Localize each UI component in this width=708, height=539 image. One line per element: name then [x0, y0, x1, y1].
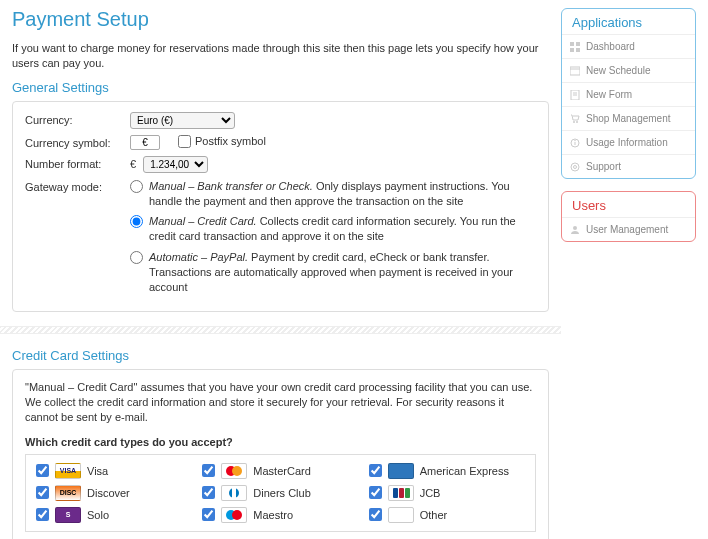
cc-type-checkbox[interactable]: [202, 464, 215, 477]
sidebar-item-label: User Management: [586, 224, 668, 235]
cc-type-label: Maestro: [253, 509, 293, 521]
number-format-select[interactable]: 1.234,00: [143, 156, 208, 173]
svg-point-8: [232, 510, 242, 520]
postfix-symbol-label: Postfix symbol: [195, 135, 266, 147]
cc-question: Which credit card types do you accept?: [25, 436, 536, 448]
cc-type-other: Other: [369, 507, 525, 523]
cc-type-checkbox[interactable]: [36, 508, 49, 521]
cc-type-checkbox[interactable]: [369, 486, 382, 499]
cc-type-visa: VISAVisa: [36, 463, 192, 479]
cc-type-jcb: JCB: [369, 485, 525, 501]
gateway-mode-radio[interactable]: [130, 180, 143, 193]
svg-rect-4: [393, 488, 398, 498]
number-format-label: Number format:: [25, 156, 120, 170]
cc-type-label: MasterCard: [253, 465, 310, 477]
calendar-icon: [570, 66, 580, 76]
section-divider: [0, 326, 561, 334]
form-icon: [570, 90, 580, 100]
currency-label: Currency:: [25, 112, 120, 126]
applications-title: Applications: [562, 9, 695, 34]
svg-rect-3: [232, 488, 236, 498]
svg-point-18: [573, 121, 575, 123]
postfix-symbol-checkbox[interactable]: [178, 135, 191, 148]
cc-type-label: Visa: [87, 465, 108, 477]
svg-rect-9: [570, 42, 574, 46]
cc-type-checkbox[interactable]: [36, 464, 49, 477]
svg-rect-6: [405, 488, 410, 498]
page-title: Payment Setup: [12, 8, 549, 31]
sidebar-item-new-schedule[interactable]: New Schedule: [562, 58, 695, 82]
gateway-mode-label: Gateway mode:: [25, 179, 120, 193]
sidebar-item-label: New Form: [586, 89, 632, 100]
cc-settings-panel: "Manual – Credit Card" assumes that you …: [12, 369, 549, 539]
cc-type-maestro: Maestro: [202, 507, 358, 523]
gateway-mode-radio[interactable]: [130, 215, 143, 228]
svg-point-22: [574, 139, 575, 140]
discover-card-icon: DISC: [55, 485, 81, 501]
cc-type-label: Other: [420, 509, 448, 521]
sidebar-item-user-management[interactable]: User Management: [562, 217, 695, 241]
general-settings-heading: General Settings: [12, 80, 549, 95]
user-icon: [570, 225, 580, 235]
sidebar-item-usage-information[interactable]: Usage Information: [562, 130, 695, 154]
gateway-mode-option[interactable]: Automatic – PayPal. Payment by credit ca…: [130, 250, 536, 295]
cc-type-solo: SSolo: [36, 507, 192, 523]
other-card-icon: [388, 507, 414, 523]
sidebar-item-label: New Schedule: [586, 65, 650, 76]
svg-rect-10: [576, 42, 580, 46]
currency-select[interactable]: Euro (€): [130, 112, 235, 129]
sidebar-item-label: Dashboard: [586, 41, 635, 52]
sidebar-item-dashboard[interactable]: Dashboard: [562, 34, 695, 58]
svg-point-24: [574, 165, 577, 168]
cc-type-checkbox[interactable]: [36, 486, 49, 499]
cc-type-label: Discover: [87, 487, 130, 499]
currency-symbol-input[interactable]: [130, 135, 160, 150]
maestro-card-icon: [221, 507, 247, 523]
sidebar-item-support[interactable]: Support: [562, 154, 695, 178]
general-settings-panel: Currency: Euro (€) Currency symbol: Post…: [12, 101, 549, 312]
info-icon: [570, 138, 580, 148]
svg-rect-12: [576, 48, 580, 52]
cc-type-label: JCB: [420, 487, 441, 499]
svg-rect-11: [570, 48, 574, 52]
visa-card-icon: VISA: [55, 463, 81, 479]
cc-type-label: American Express: [420, 465, 509, 477]
sidebar-item-label: Support: [586, 161, 621, 172]
cc-type-checkbox[interactable]: [369, 508, 382, 521]
cc-type-mastercard: MasterCard: [202, 463, 358, 479]
svg-point-1: [232, 466, 242, 476]
gateway-mode-radio[interactable]: [130, 251, 143, 264]
applications-box: Applications DashboardNew ScheduleNew Fo…: [561, 8, 696, 179]
intro-text: If you want to charge money for reservat…: [12, 41, 549, 72]
svg-point-23: [571, 163, 579, 171]
cc-description: "Manual – Credit Card" assumes that you …: [25, 380, 536, 426]
amex-card-icon: [388, 463, 414, 479]
users-box: Users User Management: [561, 191, 696, 242]
support-icon: [570, 162, 580, 172]
jcb-card-icon: [388, 485, 414, 501]
format-prefix: €: [130, 158, 136, 170]
cc-settings-heading: Credit Card Settings: [12, 348, 549, 363]
users-title: Users: [562, 192, 695, 217]
cc-type-checkbox[interactable]: [202, 508, 215, 521]
gateway-mode-option[interactable]: Manual – Bank transfer or Check. Only di…: [130, 179, 536, 209]
cc-type-discover: DISCDiscover: [36, 485, 192, 501]
currency-symbol-label: Currency symbol:: [25, 135, 120, 149]
cc-type-label: Diners Club: [253, 487, 310, 499]
gateway-mode-option[interactable]: Manual – Credit Card. Collects credit ca…: [130, 214, 536, 244]
mastercard-card-icon: [221, 463, 247, 479]
svg-rect-13: [570, 67, 580, 75]
diners-card-icon: [221, 485, 247, 501]
dashboard-icon: [570, 42, 580, 52]
sidebar-item-label: Shop Management: [586, 113, 671, 124]
cc-type-checkbox[interactable]: [202, 486, 215, 499]
svg-rect-5: [399, 488, 404, 498]
sidebar-item-new-form[interactable]: New Form: [562, 82, 695, 106]
cart-icon: [570, 114, 580, 124]
svg-point-25: [573, 226, 577, 230]
sidebar-item-shop-management[interactable]: Shop Management: [562, 106, 695, 130]
cc-type-label: Solo: [87, 509, 109, 521]
cc-type-checkbox[interactable]: [369, 464, 382, 477]
sidebar-item-label: Usage Information: [586, 137, 668, 148]
svg-point-19: [576, 121, 578, 123]
